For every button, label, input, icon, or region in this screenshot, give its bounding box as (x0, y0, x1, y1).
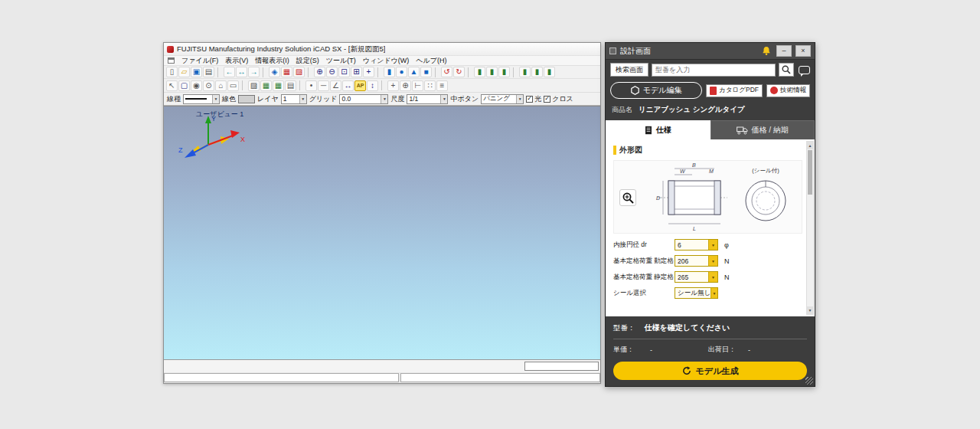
part-number-input[interactable] (652, 64, 776, 77)
content-scrollbar[interactable]: ▲ ▼ (806, 141, 814, 315)
scroll-up-icon[interactable]: ▲ (807, 142, 813, 149)
drawing-zoom-button[interactable] (619, 189, 636, 206)
document-window-icon[interactable] (168, 57, 175, 64)
highlight-checkbox[interactable]: ✓光 (526, 94, 541, 104)
static-load-select[interactable]: 265▼ (675, 271, 718, 283)
cad-titlebar[interactable]: FUJITSU Manufacturing Industry Solution … (164, 43, 600, 55)
search-screen-button[interactable]: 検索画面 (610, 63, 648, 77)
dim-vertical-icon[interactable]: ↕ (367, 80, 378, 91)
pan-icon[interactable]: + (363, 67, 374, 77)
ap-snap-icon[interactable]: AP (354, 80, 366, 91)
undo-icon[interactable]: ↺ (441, 67, 452, 77)
solid-sphere-icon[interactable]: ● (396, 67, 407, 77)
status-bar-icon-1[interactable]: ▮ (519, 67, 531, 77)
save-icon[interactable]: ▣ (191, 67, 202, 77)
view-forward-icon[interactable]: → (248, 67, 260, 77)
dim-horizontal-icon[interactable]: ↔ (342, 80, 354, 91)
tech-info-label: 技術情報 (780, 86, 806, 95)
panel-minimize-button[interactable]: – (776, 45, 792, 57)
solid-cone-icon[interactable]: ▲ (408, 67, 420, 77)
scrollbar-thumb[interactable] (808, 150, 812, 195)
cad-menubar: ファイル(F) 表示(V) 情報表示(I) 設定(S) ツール(T) ウィンドウ… (164, 55, 600, 65)
grid-dots-icon[interactable]: ∷ (424, 80, 436, 91)
tech-info-button[interactable]: 技術情報 (766, 84, 810, 97)
chat-icon[interactable] (799, 66, 810, 74)
menu-settings[interactable]: 設定(S) (296, 56, 319, 66)
resize-handle[interactable] (805, 377, 813, 385)
zoom-out-icon[interactable]: ⊖ (326, 67, 338, 77)
layer-list-icon[interactable]: ▤ (285, 80, 296, 91)
scroll-down-icon[interactable]: ▼ (807, 306, 813, 314)
new-file-icon[interactable]: ▯ (166, 67, 178, 77)
measure-icon[interactable]: ⊢ (412, 80, 423, 91)
seal-select[interactable]: シール無し▼ (675, 287, 718, 299)
panel-titlebar[interactable]: 設計画面 – × (606, 43, 815, 60)
generate-model-label: モデル生成 (696, 365, 739, 377)
cross-cursor-checkbox[interactable]: ✓クロス (544, 94, 573, 104)
home-view-icon[interactable]: ⌂ (215, 80, 227, 91)
crosshair-icon[interactable]: + (387, 80, 399, 91)
redo-icon[interactable]: ↻ (453, 67, 465, 77)
drawing-viewport[interactable]: ユーザビュー 1 Y X Z (164, 106, 600, 359)
menu-tools[interactable]: ツール(T) (326, 56, 356, 66)
parts-icon[interactable]: ◈ (269, 67, 280, 77)
model-number-label: 型番： (613, 323, 635, 333)
catalog-pdf-button[interactable]: カタログPDF (706, 84, 763, 97)
solid-cylinder-icon[interactable]: ▮ (384, 67, 395, 77)
point-icon[interactable]: • (305, 80, 317, 91)
zoom-in-icon[interactable]: ⊕ (314, 67, 325, 77)
menu-view[interactable]: 表示(V) (225, 56, 248, 66)
tab-price-delivery[interactable]: 価格 / 納期 (710, 120, 815, 139)
data-exchange-icon[interactable]: ▨ (293, 67, 305, 77)
view-back-icon[interactable]: ← (224, 67, 235, 77)
panel-close-button[interactable]: × (795, 45, 811, 57)
menu-info[interactable]: 情報表示(I) (255, 56, 289, 66)
solid-cube-icon[interactable]: ■ (420, 67, 432, 77)
zoom-fit-icon[interactable]: ⊡ (338, 67, 350, 77)
cross-checkbox-label: クロス (552, 94, 573, 104)
middle-button-select[interactable]: パニング▼ (481, 94, 524, 104)
dynamic-load-select[interactable]: 206▼ (675, 255, 718, 267)
grid-snap-icon[interactable]: ▦ (260, 80, 272, 91)
search-button[interactable] (779, 63, 794, 77)
line-color-swatch[interactable] (238, 95, 255, 103)
rect-draw-icon[interactable]: ▭ (227, 80, 239, 91)
generate-model-button[interactable]: モデル生成 (613, 362, 807, 380)
line-type-select[interactable]: ▼ (183, 94, 220, 104)
inner-diameter-select[interactable]: 6▼ (675, 239, 718, 251)
center-snap-icon[interactable]: ◉ (191, 80, 202, 91)
history-bar-icon-3[interactable]: ▮ (498, 67, 510, 77)
open-file-icon[interactable]: ▱ (178, 67, 190, 77)
grid-select[interactable]: 0.0▼ (339, 94, 388, 104)
menu-window[interactable]: ウィンドウ(W) (363, 56, 410, 66)
price-value: - (650, 346, 708, 354)
select-mode-icon[interactable]: ↖ (166, 80, 178, 91)
history-bar-icon-1[interactable]: ▮ (474, 67, 485, 77)
circle-center-icon[interactable]: ⊙ (203, 80, 214, 91)
toolbar-separator (435, 67, 438, 77)
chevron-down-icon: ▼ (708, 240, 717, 250)
scale-select[interactable]: 1/1▼ (407, 94, 448, 104)
notification-bell-icon[interactable] (760, 45, 773, 57)
target-snap-icon[interactable]: ⊕ (400, 80, 411, 91)
print-icon[interactable]: ▤ (203, 67, 214, 77)
status-bar-icon-2[interactable]: ▮ (531, 67, 543, 77)
view-swap-icon[interactable]: ↔ (236, 67, 247, 77)
angle-draw-icon[interactable]: ∠ (330, 80, 341, 91)
list-view-icon[interactable]: ≡ (436, 80, 448, 91)
menu-file[interactable]: ファイル(F) (181, 56, 218, 66)
history-bar-icon-2[interactable]: ▮ (486, 67, 498, 77)
toolbar-separator (263, 67, 266, 77)
coordinate-input[interactable] (524, 362, 599, 371)
line-draw-icon[interactable]: ─ (318, 80, 329, 91)
pdf-output-icon[interactable]: ▦ (281, 67, 292, 77)
tab-spec[interactable]: 仕様 (606, 120, 710, 139)
menu-help[interactable]: ヘルプ(H) (416, 56, 446, 66)
model-edit-button[interactable]: モデル編集 (610, 82, 702, 99)
hatch-icon[interactable]: ▨ (248, 80, 260, 91)
window-select-icon[interactable]: ▢ (178, 80, 190, 91)
mesh-view-icon[interactable]: ▦ (273, 80, 284, 91)
status-bar-icon-3[interactable]: ▮ (544, 67, 555, 77)
layer-select[interactable]: 1▼ (281, 94, 307, 104)
zoom-window-icon[interactable]: ⊞ (351, 67, 362, 77)
